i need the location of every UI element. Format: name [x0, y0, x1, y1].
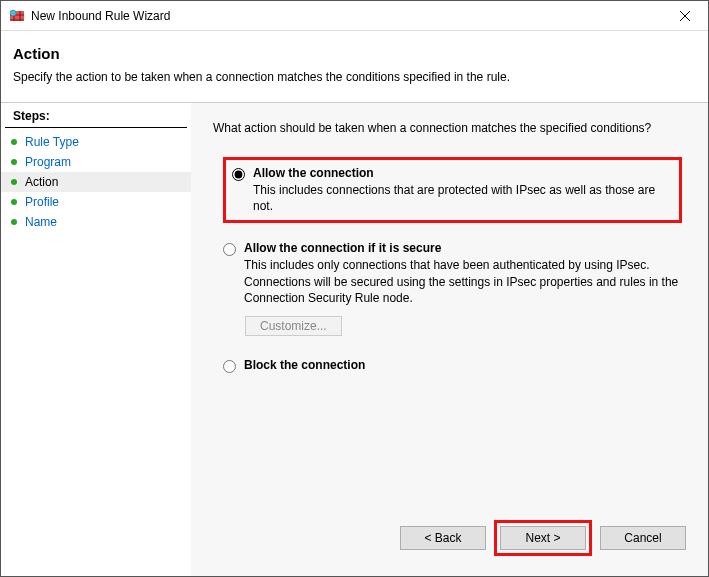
option-desc: This includes connections that are prote…: [253, 182, 673, 214]
step-bullet-icon: [11, 179, 17, 185]
next-button[interactable]: Next >: [500, 526, 586, 550]
svg-point-5: [10, 10, 16, 16]
wizard-window: New Inbound Rule Wizard Action Specify t…: [0, 0, 709, 577]
step-label: Profile: [25, 195, 59, 209]
option-title: Block the connection: [244, 358, 682, 372]
page-header: Action Specify the action to be taken wh…: [1, 31, 708, 102]
radio-allow-if-secure[interactable]: [223, 243, 236, 256]
step-rule-type[interactable]: Rule Type: [1, 132, 191, 152]
next-highlight: Next >: [494, 520, 592, 556]
option-content[interactable]: Allow the connection if it is secure Thi…: [244, 241, 682, 306]
step-bullet-icon: [11, 159, 17, 165]
back-button[interactable]: < Back: [400, 526, 486, 550]
option-content[interactable]: Allow the connection This includes conne…: [253, 166, 673, 214]
body-area: Steps: Rule Type Program Action Profile …: [1, 102, 708, 576]
option-block-connection: Block the connection: [223, 358, 682, 373]
step-bullet-icon: [11, 199, 17, 205]
customize-button: Customize...: [245, 316, 342, 336]
option-title: Allow the connection if it is secure: [244, 241, 682, 255]
step-profile[interactable]: Profile: [1, 192, 191, 212]
action-options: Allow the connection This includes conne…: [223, 157, 682, 391]
step-bullet-icon: [11, 219, 17, 225]
radio-allow-connection[interactable]: [232, 168, 245, 181]
main-panel: What action should be taken when a conne…: [191, 103, 708, 576]
page-description: Specify the action to be taken when a co…: [13, 70, 696, 84]
option-allow-if-secure: Allow the connection if it is secure Thi…: [223, 241, 682, 336]
window-title: New Inbound Rule Wizard: [31, 9, 662, 23]
action-prompt: What action should be taken when a conne…: [213, 121, 692, 135]
close-button[interactable]: [662, 1, 708, 31]
radio-block-connection[interactable]: [223, 360, 236, 373]
option-title: Allow the connection: [253, 166, 673, 180]
wizard-footer: < Back Next > Cancel: [203, 510, 692, 566]
firewall-icon: [9, 8, 25, 24]
steps-sidebar: Steps: Rule Type Program Action Profile …: [1, 103, 191, 576]
step-bullet-icon: [11, 139, 17, 145]
option-content[interactable]: Block the connection: [244, 358, 682, 372]
close-icon: [680, 11, 690, 21]
svg-rect-2: [10, 16, 24, 19]
titlebar: New Inbound Rule Wizard: [1, 1, 708, 31]
option-allow-connection: Allow the connection This includes conne…: [223, 157, 682, 223]
step-name[interactable]: Name: [1, 212, 191, 232]
step-label: Rule Type: [25, 135, 79, 149]
page-title: Action: [13, 45, 696, 62]
step-program[interactable]: Program: [1, 152, 191, 172]
steps-title: Steps:: [5, 107, 187, 128]
step-label: Action: [25, 175, 58, 189]
step-action[interactable]: Action: [1, 172, 191, 192]
option-desc: This includes only connections that have…: [244, 257, 682, 306]
step-label: Name: [25, 215, 57, 229]
cancel-button[interactable]: Cancel: [600, 526, 686, 550]
step-label: Program: [25, 155, 71, 169]
